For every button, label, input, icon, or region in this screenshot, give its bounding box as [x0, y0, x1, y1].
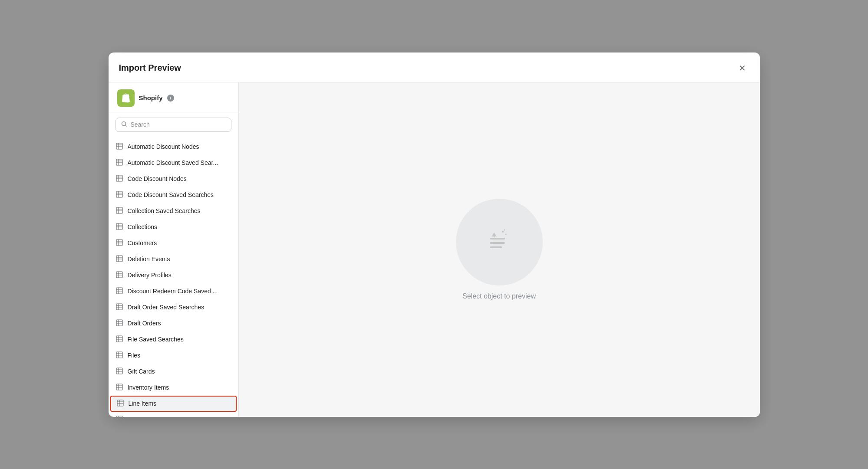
preview-circle [456, 199, 543, 285]
svg-rect-62 [116, 384, 122, 390]
search-wrapper [116, 118, 231, 132]
close-icon: ✕ [739, 63, 746, 73]
modal-header: Import Preview ✕ [109, 52, 760, 82]
table-icon [116, 142, 123, 151]
table-icon [116, 207, 123, 216]
svg-rect-6 [116, 159, 122, 165]
list-item[interactable]: Collection Saved Searches [109, 203, 238, 219]
svg-rect-10 [116, 175, 122, 181]
svg-rect-22 [116, 223, 122, 230]
preview-placeholder-icon [482, 225, 517, 259]
table-icon [116, 383, 123, 392]
item-label: Line Items [129, 400, 157, 407]
shopify-logo [117, 89, 135, 107]
item-label: Inventory Items [128, 384, 169, 391]
list-item[interactable]: Inventory Items [109, 380, 238, 396]
svg-point-109 [502, 231, 504, 233]
table-icon [116, 174, 123, 184]
item-label: Automatic Discount Saved Sear... [128, 159, 218, 166]
main-content: Select object to preview [239, 82, 760, 417]
item-label: Collection Saved Searches [128, 207, 201, 214]
item-label: Gift Cards [128, 368, 155, 375]
list-item[interactable]: Discount Redeem Code Saved ... [109, 283, 238, 299]
svg-rect-106 [490, 238, 505, 239]
svg-point-110 [505, 234, 506, 235]
table-icon [116, 287, 123, 296]
list-item[interactable]: Files [109, 348, 238, 364]
sidebar: Shopify i [109, 82, 239, 417]
list-item[interactable]: File Saved Searches [109, 331, 238, 348]
table-icon [116, 415, 123, 417]
table-icon [116, 319, 123, 328]
svg-rect-50 [116, 336, 122, 342]
svg-rect-38 [116, 288, 122, 294]
info-icon[interactable]: i [167, 95, 174, 102]
list-item[interactable]: Line Items [110, 396, 237, 412]
svg-rect-18 [116, 207, 122, 213]
item-label: Code Discount Nodes [128, 175, 187, 182]
table-icon [116, 367, 123, 376]
item-label: Locations [128, 416, 154, 417]
list-item[interactable]: Gift Cards [109, 364, 238, 380]
svg-rect-14 [116, 191, 122, 197]
table-icon [116, 190, 123, 200]
modal-body: Shopify i [109, 82, 760, 417]
search-input[interactable] [131, 121, 226, 128]
list-item[interactable]: Draft Orders [109, 315, 238, 331]
items-list: Automatic Discount Nodes Automatic Disco… [109, 137, 238, 417]
list-item[interactable]: Code Discount Saved Searches [109, 187, 238, 203]
svg-rect-42 [116, 304, 122, 310]
item-label: Draft Order Saved Searches [128, 304, 205, 311]
item-label: Discount Redeem Code Saved ... [128, 288, 218, 295]
svg-rect-66 [117, 400, 123, 406]
list-item[interactable]: Automatic Discount Saved Sear... [109, 155, 238, 171]
table-icon [116, 271, 123, 280]
svg-rect-54 [116, 352, 122, 358]
table-icon [116, 239, 123, 248]
list-item[interactable]: Customers [109, 235, 238, 251]
svg-point-111 [504, 230, 505, 231]
list-item[interactable]: Delivery Profiles [109, 267, 238, 283]
modal-title: Import Preview [119, 63, 181, 73]
table-icon [116, 223, 123, 232]
item-label: Delivery Profiles [128, 272, 172, 279]
list-item[interactable]: Locations [109, 412, 238, 417]
list-item[interactable]: Draft Order Saved Searches [109, 299, 238, 315]
svg-rect-0 [122, 95, 128, 102]
item-label: Draft Orders [128, 320, 161, 327]
table-icon [116, 158, 123, 167]
import-preview-modal: Import Preview ✕ Shopify [109, 52, 760, 417]
item-label: File Saved Searches [128, 336, 184, 343]
close-button[interactable]: ✕ [736, 61, 749, 75]
source-name: Shopify [139, 94, 163, 102]
item-label: Collections [128, 223, 157, 230]
svg-rect-107 [490, 242, 505, 244]
svg-rect-70 [116, 416, 122, 417]
svg-rect-46 [116, 320, 122, 326]
table-icon [116, 335, 123, 344]
svg-rect-108 [490, 246, 502, 248]
svg-rect-34 [116, 272, 122, 278]
list-item[interactable]: Collections [109, 219, 238, 235]
item-label: Automatic Discount Nodes [128, 143, 199, 150]
source-header: Shopify i [109, 82, 238, 112]
list-item[interactable]: Code Discount Nodes [109, 171, 238, 187]
svg-rect-58 [116, 368, 122, 374]
search-container [109, 112, 238, 137]
search-icon [121, 121, 127, 128]
item-label: Code Discount Saved Searches [128, 191, 214, 198]
list-item[interactable]: Deletion Events [109, 251, 238, 267]
list-item[interactable]: Automatic Discount Nodes [109, 139, 238, 155]
svg-rect-30 [116, 256, 122, 262]
item-label: Customers [128, 239, 157, 246]
table-icon [116, 399, 124, 408]
svg-rect-2 [116, 143, 122, 149]
table-icon [116, 303, 123, 312]
table-icon [116, 351, 123, 360]
preview-empty-text: Select object to preview [462, 292, 536, 300]
svg-rect-26 [116, 239, 122, 246]
item-label: Files [128, 352, 141, 359]
modal-overlay: Import Preview ✕ Shopify [0, 0, 868, 469]
table-icon [116, 255, 123, 264]
preview-placeholder: Select object to preview [456, 199, 543, 300]
